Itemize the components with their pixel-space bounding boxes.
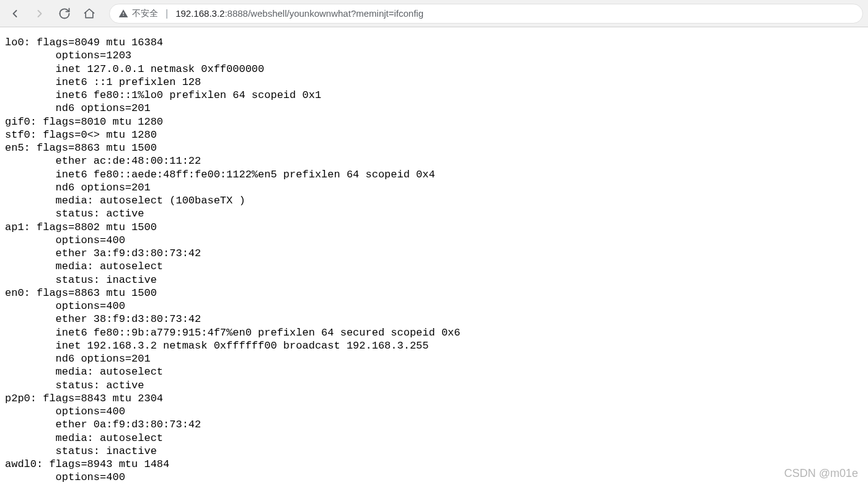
terminal-output: lo0: flags=8049 mtu 16384 options=1203 i… [0,27,868,485]
url-path: /webshell/younkownwhat?meminjt=ifconfig [248,8,423,19]
url-text: 192.168.3.2:8888/webshell/younkownwhat?m… [175,8,423,19]
address-bar[interactable]: 不安全 | 192.168.3.2:8888/webshell/younkown… [109,4,863,24]
back-button[interactable] [5,4,25,24]
url-host: 192.168.3.2 [175,8,224,19]
forward-button[interactable] [30,4,50,24]
url-port: :8888 [224,8,248,19]
security-label: 不安全 [132,8,158,19]
security-badge: 不安全 [118,8,158,19]
browser-toolbar: 不安全 | 192.168.3.2:8888/webshell/younkown… [0,0,868,27]
reload-button[interactable] [55,4,74,24]
address-divider: | [166,8,168,19]
warning-icon [118,9,128,19]
home-button[interactable] [79,4,99,24]
